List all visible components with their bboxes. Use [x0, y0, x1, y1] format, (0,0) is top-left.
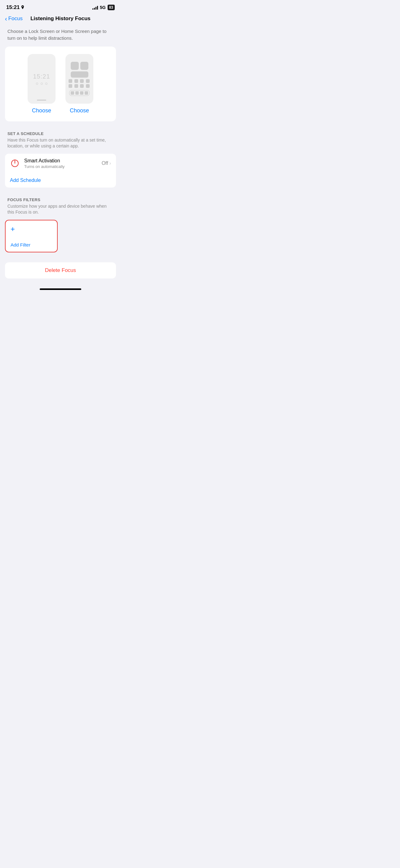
smart-activation-value: Off › — [102, 160, 111, 166]
dock-app-2 — [75, 91, 79, 95]
signal-bar-4 — [97, 6, 98, 10]
delete-focus-button[interactable]: Delete Focus — [5, 262, 116, 278]
signal-bar-2 — [94, 8, 95, 10]
back-chevron-icon: ‹ — [5, 16, 7, 22]
smart-activation-subtitle: Turns on automatically — [24, 164, 97, 169]
grid-app-6 — [74, 84, 78, 88]
grid-app-4 — [86, 79, 90, 83]
delete-card: Delete Focus — [5, 262, 116, 278]
dock-app-1 — [71, 91, 74, 95]
status-right: 5G 83 — [92, 5, 115, 10]
back-button[interactable]: ‹ Focus — [5, 16, 23, 22]
grid-app-5 — [69, 84, 72, 88]
screen-chooser-card: 15:21 Choose — [5, 46, 116, 121]
home-screen-mockup — [65, 54, 93, 104]
add-filter-button[interactable]: Add Filter — [10, 242, 52, 247]
focus-filters-desc: Customize how your apps and device behav… — [7, 203, 113, 215]
smart-activation-row[interactable]: Smart Activation Turns on automatically … — [5, 154, 116, 173]
status-bar: 15:21 5G 83 — [0, 0, 121, 13]
lock-dot-1 — [36, 83, 38, 85]
location-icon — [21, 5, 25, 10]
home-screen-content — [69, 62, 90, 96]
status-time: 15:21 — [6, 4, 25, 10]
focus-filters-section: FOCUS FILTERS Customize how your apps an… — [5, 197, 116, 252]
home-widget — [71, 71, 88, 78]
lock-dots — [36, 83, 47, 85]
add-schedule-button[interactable]: Add Schedule — [10, 178, 41, 183]
home-bar — [40, 288, 81, 290]
home-indicator — [0, 283, 121, 292]
schedule-section-header: SET A SCHEDULE Have this Focus turn on a… — [5, 131, 116, 151]
power-icon — [10, 158, 20, 168]
home-app-grid — [69, 79, 90, 88]
lock-dot-3 — [45, 83, 47, 85]
home-screen-choose-button[interactable]: Choose — [70, 107, 89, 114]
home-screen-option: Choose — [65, 54, 93, 114]
grid-app-1 — [69, 79, 72, 83]
schedule-section-title: SET A SCHEDULE — [7, 131, 113, 136]
power-svg — [11, 159, 19, 167]
add-filter-card[interactable]: + Add Filter — [5, 220, 58, 252]
dock-app-4 — [85, 91, 88, 95]
lock-time-display: 15:21 — [33, 73, 50, 80]
lock-screen-content: 15:21 — [31, 58, 53, 100]
nav-bar: ‹ Focus Listening History Focus — [0, 13, 121, 26]
chevron-right-icon: › — [109, 160, 111, 166]
signal-bar-1 — [92, 8, 93, 10]
page-title: Listening History Focus — [30, 16, 91, 22]
grid-app-3 — [80, 79, 84, 83]
lock-screen-choose-button[interactable]: Choose — [32, 107, 51, 114]
dock-app-3 — [80, 91, 84, 95]
home-dock — [69, 90, 90, 96]
plus-icon: + — [10, 225, 52, 233]
smart-activation-title: Smart Activation — [24, 158, 97, 164]
lock-screen-description: Choose a Lock Screen or Home Screen page… — [5, 26, 116, 46]
main-content: Choose a Lock Screen or Home Screen page… — [0, 26, 121, 278]
smart-activation-status: Off — [102, 160, 108, 166]
home-app-1 — [71, 62, 79, 70]
lock-screen-option: 15:21 Choose — [28, 54, 56, 114]
smart-activation-text: Smart Activation Turns on automatically — [24, 158, 97, 169]
lock-screen-mockup: 15:21 — [28, 54, 56, 104]
grid-app-7 — [80, 84, 84, 88]
focus-filters-header: FOCUS FILTERS Customize how your apps an… — [5, 197, 116, 217]
grid-app-2 — [74, 79, 78, 83]
battery: 83 — [108, 5, 115, 10]
lock-handle — [37, 100, 46, 101]
schedule-section-desc: Have this Focus turn on automatically at… — [7, 137, 113, 149]
add-filter-content: + Add Filter — [6, 220, 57, 252]
delete-section: Delete Focus — [5, 262, 116, 278]
home-top-apps — [71, 62, 88, 70]
add-schedule-row[interactable]: Add Schedule — [5, 173, 116, 187]
network-label: 5G — [100, 5, 106, 10]
lock-dot-2 — [41, 83, 43, 85]
grid-app-8 — [86, 84, 90, 88]
battery-level: 83 — [109, 5, 113, 10]
focus-filters-title: FOCUS FILTERS — [7, 197, 113, 202]
signal-bars — [92, 5, 98, 10]
home-app-2 — [80, 62, 88, 70]
schedule-card: Smart Activation Turns on automatically … — [5, 154, 116, 187]
back-label: Focus — [8, 16, 23, 22]
signal-bar-3 — [96, 7, 96, 10]
